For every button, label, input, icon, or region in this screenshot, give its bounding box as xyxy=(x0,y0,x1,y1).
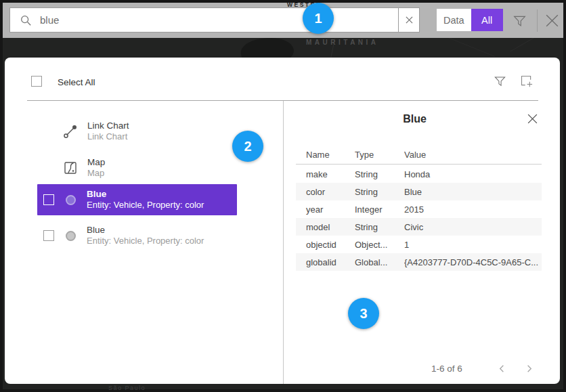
result-title: Blue xyxy=(87,225,204,236)
callout-badge-3: 3 xyxy=(348,298,379,329)
cell-name: make xyxy=(306,169,355,179)
search-box xyxy=(9,7,420,32)
panel-column-divider xyxy=(283,101,284,384)
entity-swatch-icon xyxy=(66,231,76,241)
cell-value: 1 xyxy=(404,240,542,250)
clear-search-icon xyxy=(406,16,413,24)
table-row: color String Blue xyxy=(296,183,542,200)
map-icon xyxy=(62,160,79,176)
column-header-value: Value xyxy=(404,150,542,160)
filter-icon[interactable] xyxy=(513,14,527,28)
cell-type: Integer xyxy=(355,204,404,215)
entity-swatch-icon xyxy=(66,195,76,205)
select-all-checkbox[interactable] xyxy=(31,76,42,87)
result-item-link-chart[interactable]: Link Chart Link Chart xyxy=(62,121,129,142)
map-label-mauritania: MAURITANIA xyxy=(306,39,379,46)
close-detail-icon[interactable] xyxy=(527,113,538,125)
search-field[interactable] xyxy=(10,8,398,32)
result-item-blue-selected[interactable]: Blue Entity: Vehicle, Property: color xyxy=(37,184,237,215)
detail-title: Blue xyxy=(283,113,546,125)
result-subtitle: Link Chart xyxy=(87,131,129,142)
result-checkbox[interactable] xyxy=(43,194,54,205)
search-icon xyxy=(20,14,32,26)
cell-type: String xyxy=(355,222,404,232)
toolbar-divider xyxy=(537,9,538,32)
pagination-range: 1-6 of 6 xyxy=(431,364,462,374)
cell-type: String xyxy=(355,169,404,179)
result-subtitle: Entity: Vehicle, Property: color xyxy=(87,236,204,246)
result-checkbox[interactable] xyxy=(43,230,54,241)
column-header-name: Name xyxy=(306,150,355,160)
result-title: Map xyxy=(87,157,105,168)
result-title: Link Chart xyxy=(87,121,129,131)
chevron-right-icon[interactable] xyxy=(524,364,534,374)
column-header-type: Type xyxy=(355,150,404,160)
chevron-left-icon[interactable] xyxy=(497,364,507,374)
property-table: Name Type Value make String Honda color … xyxy=(296,146,542,271)
result-text: Link Chart Link Chart xyxy=(87,121,129,142)
cell-value: 2015 xyxy=(404,204,542,215)
table-row: globalid Global... {A4203777-D70D-4C5C-9… xyxy=(296,253,542,271)
filter-icon[interactable] xyxy=(494,74,506,87)
scope-all-button[interactable]: All xyxy=(471,9,503,31)
scope-data-button[interactable]: Data xyxy=(437,9,471,31)
cell-type: String xyxy=(355,187,404,197)
result-subtitle: Entity: Vehicle, Property: color xyxy=(87,200,204,211)
cell-type: Global... xyxy=(355,257,404,267)
cell-value: Blue xyxy=(404,187,542,197)
cell-type: Object... xyxy=(355,240,404,250)
result-text: Blue Entity: Vehicle, Property: color xyxy=(87,189,204,211)
result-item-map[interactable]: Map Map xyxy=(62,157,105,179)
cell-value: Civic xyxy=(404,222,542,232)
search-results-panel: Select All Link Chart Link Chart xyxy=(5,58,560,384)
search-toolbar: Data All xyxy=(3,3,563,38)
map-label-city: São Paulo xyxy=(108,385,146,391)
result-subtitle: Map xyxy=(87,168,105,179)
clear-search-button[interactable] xyxy=(398,8,419,32)
select-all-label: Select All xyxy=(58,77,95,87)
table-header-divider xyxy=(296,164,542,165)
cell-name: year xyxy=(306,204,355,215)
result-title: Blue xyxy=(87,189,204,200)
result-item-blue[interactable]: Blue Entity: Vehicle, Property: color xyxy=(37,220,237,251)
search-input[interactable] xyxy=(32,14,398,26)
callout-badge-1: 1 xyxy=(303,3,334,34)
table-row: make String Honda xyxy=(296,165,542,183)
callout-badge-2: 2 xyxy=(232,131,263,162)
cell-name: model xyxy=(306,222,355,232)
link-chart-icon xyxy=(62,123,79,139)
cell-name: globalid xyxy=(306,257,355,267)
close-search-icon[interactable] xyxy=(544,12,561,29)
table-row: objectid Object... 1 xyxy=(296,236,542,253)
search-scope-toggle: Data All xyxy=(437,9,503,31)
result-text: Map Map xyxy=(87,157,105,179)
cell-value: {A4203777-D70D-4C5C-9A65-C... xyxy=(404,257,542,267)
table-row: year Integer 2015 xyxy=(296,200,542,218)
result-text: Blue Entity: Vehicle, Property: color xyxy=(87,225,204,246)
cell-value: Honda xyxy=(404,169,542,179)
property-table-header: Name Type Value xyxy=(296,146,542,162)
cell-name: color xyxy=(306,187,355,197)
table-row: model String Civic xyxy=(296,218,542,236)
add-to-selection-icon[interactable] xyxy=(519,74,534,88)
cell-name: objectid xyxy=(306,240,355,250)
